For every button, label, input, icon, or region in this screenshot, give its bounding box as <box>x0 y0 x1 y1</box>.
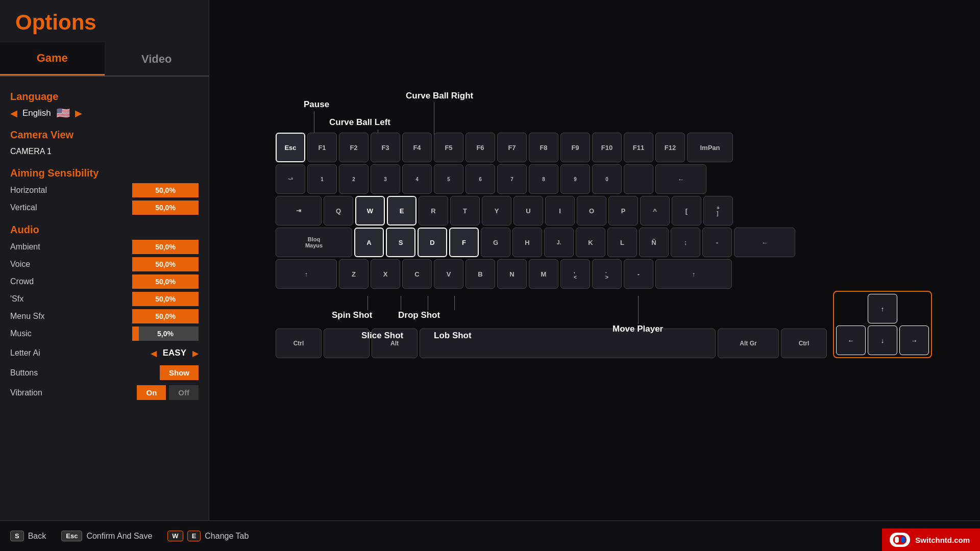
language-next-arrow[interactable]: ▶ <box>75 108 82 119</box>
key-g[interactable]: G <box>481 228 510 257</box>
key-c[interactable]: C <box>402 259 432 289</box>
key-f9[interactable]: F9 <box>560 133 590 162</box>
key-z[interactable]: Z <box>339 259 369 289</box>
key-capslock[interactable]: BloqMayus <box>276 228 352 257</box>
key-f6[interactable]: F6 <box>465 133 495 162</box>
music-bar[interactable]: 5,0% <box>132 327 199 341</box>
letterai-prev[interactable]: ◀ <box>151 348 157 358</box>
tab-game[interactable]: Game <box>0 42 105 76</box>
key-esc[interactable]: Esc <box>276 133 305 162</box>
language-prev-arrow[interactable]: ◀ <box>10 108 17 119</box>
key-space[interactable] <box>420 329 716 358</box>
key-f7[interactable]: F7 <box>497 133 527 162</box>
key-y[interactable]: Y <box>482 196 511 226</box>
tab-video[interactable]: Video <box>105 42 209 76</box>
key-3[interactable]: 3 <box>371 164 400 194</box>
horizontal-row: Horizontal 50,0% <box>10 183 199 197</box>
key-6[interactable]: 6 <box>465 164 495 194</box>
key-p[interactable]: P <box>608 196 638 226</box>
letterai-row: Letter Ai ◀ EASY ▶ <box>10 348 199 358</box>
key-f4[interactable]: F4 <box>402 133 432 162</box>
key-i[interactable]: I <box>545 196 575 226</box>
key-f[interactable]: F <box>449 228 479 257</box>
key-arrow-up[interactable]: ↑ <box>868 294 897 323</box>
key-backtick[interactable]: ~ª <box>276 164 305 194</box>
key-n[interactable]: N <box>497 259 527 289</box>
key-h[interactable]: H <box>512 228 542 257</box>
key-b[interactable]: B <box>465 259 495 289</box>
sfx-bar[interactable]: 50,0% <box>132 292 199 306</box>
key-f1[interactable]: F1 <box>307 133 337 162</box>
key-f11[interactable]: F11 <box>624 133 653 162</box>
key-shift-right[interactable]: ↑ <box>655 259 732 289</box>
key-semicolon[interactable]: ; <box>671 228 700 257</box>
key-arrow-down[interactable]: ↓ <box>868 325 897 355</box>
key-m[interactable]: M <box>529 259 558 289</box>
key-a[interactable]: A <box>354 228 384 257</box>
menusfx-bar[interactable]: 50,0% <box>132 309 199 323</box>
key-minus[interactable] <box>624 164 653 194</box>
key-fn[interactable] <box>324 329 370 358</box>
key-altgr[interactable]: Alt Gr <box>718 329 779 358</box>
key-arrow-left[interactable]: ← <box>836 325 866 355</box>
key-tab[interactable]: ⇥ <box>276 196 322 226</box>
key-dash[interactable]: - <box>702 228 732 257</box>
key-bracket-close[interactable]: +] <box>703 196 733 226</box>
key-j[interactable]: J. <box>544 228 574 257</box>
key-w[interactable]: W <box>355 196 385 226</box>
key-period[interactable]: .> <box>592 259 622 289</box>
key-2[interactable]: 2 <box>339 164 369 194</box>
vibration-off-btn[interactable]: Off <box>169 385 199 400</box>
change-tab-label: Change Tab <box>205 532 249 541</box>
key-4[interactable]: 4 <box>402 164 432 194</box>
key-s[interactable]: S <box>386 228 415 257</box>
key-shift-left[interactable]: ↑ <box>276 259 337 289</box>
key-t[interactable]: T <box>450 196 480 226</box>
key-k[interactable]: K <box>576 228 605 257</box>
key-slash[interactable]: - <box>624 259 653 289</box>
key-alt-left[interactable]: Alt <box>372 329 418 358</box>
key-f3[interactable]: F3 <box>371 133 400 162</box>
key-f12[interactable]: F12 <box>655 133 685 162</box>
key-u[interactable]: U <box>513 196 543 226</box>
key-e[interactable]: E <box>387 196 416 226</box>
key-8[interactable]: 8 <box>529 164 558 194</box>
crowd-bar[interactable]: 50,0% <box>132 274 199 289</box>
key-1[interactable]: 1 <box>307 164 337 194</box>
vibration-on-btn[interactable]: On <box>137 385 166 400</box>
key-v[interactable]: V <box>434 259 463 289</box>
key-9[interactable]: 9 <box>560 164 590 194</box>
key-caret[interactable]: ^ <box>640 196 670 226</box>
key-q[interactable]: Q <box>324 196 353 226</box>
vibration-label: Vibration <box>10 388 137 397</box>
confirm-item: Esc Confirm And Save <box>61 531 152 541</box>
key-f5[interactable]: F5 <box>434 133 463 162</box>
letterai-next[interactable]: ▶ <box>192 348 199 358</box>
key-ctrl-left[interactable]: Ctrl <box>276 329 322 358</box>
voice-bar[interactable]: 50,0% <box>132 257 199 271</box>
key-backspace[interactable]: ← <box>655 164 706 194</box>
key-bracket-open[interactable]: [ <box>672 196 701 226</box>
key-7[interactable]: 7 <box>497 164 527 194</box>
key-arrow-right[interactable]: → <box>899 325 929 355</box>
key-o[interactable]: O <box>577 196 606 226</box>
key-enye[interactable]: Ñ <box>639 228 669 257</box>
key-comma[interactable]: ,< <box>560 259 590 289</box>
key-0[interactable]: 0 <box>592 164 622 194</box>
buttons-show-toggle[interactable]: Show <box>160 365 199 380</box>
vertical-bar[interactable]: 50,0% <box>132 201 199 215</box>
key-f10[interactable]: F10 <box>592 133 622 162</box>
key-5[interactable]: 5 <box>434 164 463 194</box>
key-enter[interactable]: ← <box>734 228 795 257</box>
key-f8[interactable]: F8 <box>529 133 558 162</box>
horizontal-bar[interactable]: 50,0% <box>132 183 199 197</box>
key-imprint[interactable]: ImPan <box>687 133 733 162</box>
key-ctrl-right[interactable]: Ctrl <box>781 329 827 358</box>
ambient-bar[interactable]: 50,0% <box>132 240 199 254</box>
key-f2[interactable]: F2 <box>339 133 369 162</box>
key-r[interactable]: R <box>419 196 448 226</box>
label-curve-left: Curve Ball Left <box>329 117 390 128</box>
key-d[interactable]: D <box>418 228 447 257</box>
key-l[interactable]: L <box>607 228 637 257</box>
key-x[interactable]: X <box>371 259 400 289</box>
